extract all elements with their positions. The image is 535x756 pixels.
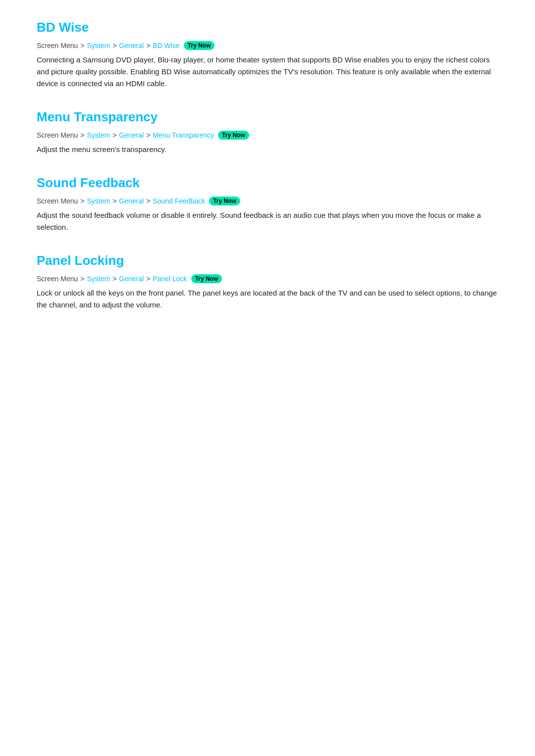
section-bd-wise: BD Wise Screen Menu > System > General >… xyxy=(37,20,498,90)
section-menu-transparency: Menu Transparency Screen Menu > System >… xyxy=(37,109,498,155)
try-now-badge-panel-locking[interactable]: Try Now xyxy=(191,274,222,283)
breadcrumb-screen-menu-3: Screen Menu xyxy=(37,197,78,205)
breadcrumb-sep-2: > xyxy=(112,42,116,50)
breadcrumb-system-link[interactable]: System xyxy=(87,42,110,50)
breadcrumb-menu-transparency: Screen Menu > System > General > Menu Tr… xyxy=(37,131,498,140)
breadcrumb-system-link-3[interactable]: System xyxy=(87,197,110,205)
section-sound-feedback: Sound Feedback Screen Menu > System > Ge… xyxy=(37,175,498,233)
breadcrumb-bdwise-link[interactable]: BD Wise xyxy=(153,42,179,50)
breadcrumb-sep-6: > xyxy=(146,131,150,139)
try-now-badge-sound-feedback[interactable]: Try Now xyxy=(209,197,240,205)
breadcrumb-sound-feedback: Screen Menu > System > General > Sound F… xyxy=(37,197,498,205)
section-title-panel-locking: Panel Locking xyxy=(37,253,498,268)
breadcrumb-screen-menu: Screen Menu xyxy=(37,42,78,50)
breadcrumb-general-link[interactable]: General xyxy=(119,42,144,50)
breadcrumb-sep-11: > xyxy=(112,275,116,283)
breadcrumb-sep-4: > xyxy=(80,131,84,139)
breadcrumb-menutransparency-link[interactable]: Menu Transparency xyxy=(153,131,214,139)
breadcrumb-sep-10: > xyxy=(80,275,84,283)
breadcrumb-sep-12: > xyxy=(146,275,150,283)
try-now-badge-menu-transparency[interactable]: Try Now xyxy=(218,131,249,140)
section-title-bd-wise: BD Wise xyxy=(37,20,498,35)
breadcrumb-general-link-3[interactable]: General xyxy=(119,197,144,205)
breadcrumb-sep-1: > xyxy=(80,42,84,50)
breadcrumb-sep-9: > xyxy=(146,197,150,205)
section-desc-menu-transparency: Adjust the menu screen's transparency. xyxy=(37,144,498,155)
page-content: BD Wise Screen Menu > System > General >… xyxy=(37,20,498,311)
breadcrumb-general-link-4[interactable]: General xyxy=(119,275,144,283)
section-title-menu-transparency: Menu Transparency xyxy=(37,109,498,125)
section-desc-panel-locking: Lock or unlock all the keys on the front… xyxy=(37,287,498,311)
breadcrumb-panellock-link[interactable]: Panel Lock xyxy=(153,275,187,283)
breadcrumb-screen-menu-4: Screen Menu xyxy=(37,275,78,283)
breadcrumb-sep-7: > xyxy=(80,197,84,205)
section-title-sound-feedback: Sound Feedback xyxy=(37,175,498,191)
try-now-badge-bd-wise[interactable]: Try Now xyxy=(184,41,215,50)
breadcrumb-bd-wise: Screen Menu > System > General > BD Wise… xyxy=(37,41,498,50)
section-desc-bd-wise: Connecting a Samsung DVD player, Blu-ray… xyxy=(37,54,498,90)
section-desc-sound-feedback: Adjust the sound feedback volume or disa… xyxy=(37,209,498,233)
breadcrumb-sep-8: > xyxy=(112,197,116,205)
breadcrumb-system-link-2[interactable]: System xyxy=(87,131,110,139)
section-panel-locking: Panel Locking Screen Menu > System > Gen… xyxy=(37,253,498,311)
breadcrumb-system-link-4[interactable]: System xyxy=(87,275,110,283)
breadcrumb-general-link-2[interactable]: General xyxy=(119,131,144,139)
breadcrumb-soundfeedback-link[interactable]: Sound Feedback xyxy=(153,197,205,205)
breadcrumb-panel-locking: Screen Menu > System > General > Panel L… xyxy=(37,274,498,283)
breadcrumb-sep-5: > xyxy=(112,131,116,139)
breadcrumb-sep-3: > xyxy=(146,42,150,50)
breadcrumb-screen-menu-2: Screen Menu xyxy=(37,131,78,139)
